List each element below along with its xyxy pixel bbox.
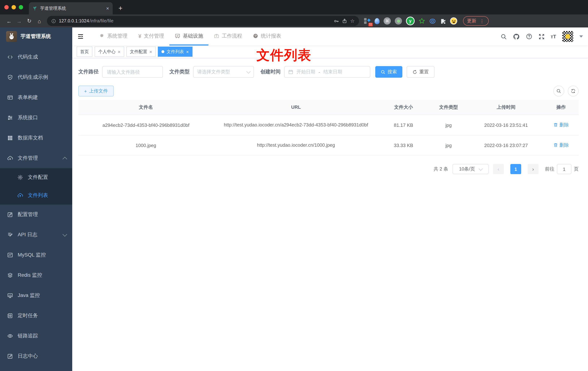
search-icon	[381, 70, 385, 74]
site-info-icon[interactable]	[51, 19, 56, 23]
extension-balloon-icon[interactable]	[375, 18, 380, 24]
sidebar-item-api-log[interactable]: API 日志	[0, 225, 72, 245]
pagination: 共 2 条 10条/页 ‹ 1 › 前往 页	[78, 164, 579, 174]
sidebar-item-file-config[interactable]: 文件配置	[0, 168, 72, 186]
back-icon[interactable]: ←	[4, 18, 14, 24]
close-window-button[interactable]	[4, 5, 9, 9]
sidebar-item-java-monitor[interactable]: Java 监控	[0, 285, 72, 306]
current-page-button[interactable]: 1	[510, 164, 521, 174]
file-type-select[interactable]: 请选择文件类型	[193, 66, 254, 78]
tag-profile[interactable]: 个人中心×	[95, 47, 124, 57]
tag-close-icon[interactable]: ×	[149, 49, 152, 54]
table-header-row: 文件名 URL 文件大小 文件类型 上传时间 操作	[78, 100, 579, 115]
eye-icon	[7, 333, 13, 339]
nav-item-infra[interactable]: 基础设施	[169, 27, 209, 45]
prev-page-button[interactable]: ‹	[493, 164, 504, 174]
briefcase-icon	[214, 33, 220, 39]
gauge-icon	[253, 33, 258, 39]
avatar-qr-code[interactable]	[562, 31, 573, 42]
tag-close-icon[interactable]: ×	[186, 49, 189, 54]
delete-button[interactable]: 删除	[553, 122, 569, 128]
sidebar-item-tracing[interactable]: 链路追踪	[0, 326, 72, 346]
extensions-puzzle-icon[interactable]	[440, 18, 446, 24]
nav-item-workflow[interactable]: 工作流程	[209, 27, 248, 45]
collapse-sidebar-icon[interactable]	[77, 33, 84, 40]
fullscreen-icon[interactable]	[538, 33, 545, 40]
reset-button[interactable]: 重置	[407, 66, 434, 78]
chevron-up-icon	[63, 157, 67, 161]
extension-y-icon[interactable]: y	[406, 17, 415, 25]
sidebar-item-config-management[interactable]: 配置管理	[0, 204, 72, 225]
sidebar-item-form-builder[interactable]: 表单构建	[0, 87, 72, 108]
reload-icon[interactable]: ↻	[25, 18, 34, 24]
nav-item-payment[interactable]: ¥ 支付管理	[133, 27, 169, 45]
sidebar-item-scheduled-tasks[interactable]: 定时任务	[0, 306, 72, 326]
sidebar-item-file-list[interactable]: 文件列表	[0, 186, 72, 204]
sidebar-item-db-doc[interactable]: 数据库文档	[0, 128, 72, 148]
page-size-select[interactable]: 10条/页	[452, 164, 489, 174]
browser-tab[interactable]: 芋道管理系统 ×	[29, 2, 113, 14]
cloud-download-icon	[7, 155, 13, 161]
share-icon[interactable]	[342, 18, 347, 23]
avatar-caret-down-icon[interactable]	[579, 35, 583, 38]
tag-file-config[interactable]: 文件配置×	[126, 47, 156, 57]
sidebar-item-system-api[interactable]: 系统接口	[0, 108, 72, 128]
file-path-input[interactable]	[102, 66, 163, 78]
extension-command-icon[interactable]: ⌘	[384, 17, 391, 25]
zoom-window-button[interactable]	[19, 5, 23, 9]
github-icon[interactable]	[513, 33, 520, 40]
grid-icon	[7, 135, 13, 141]
sidebar-item-file-management[interactable]: 文件管理	[0, 148, 72, 168]
delete-button[interactable]: 删除	[553, 142, 569, 148]
goto-page-input[interactable]	[557, 164, 571, 174]
extension-green-dot-icon[interactable]	[395, 17, 402, 25]
next-page-button[interactable]: ›	[528, 164, 538, 174]
upload-file-button[interactable]: + 上传文件	[78, 86, 114, 96]
date-end-placeholder: 结束日期	[324, 69, 342, 75]
cell-filename: 1000.jpeg	[78, 137, 213, 154]
sidebar-item-code-gen[interactable]: 代码生成	[0, 47, 72, 67]
minimize-window-button[interactable]	[11, 5, 16, 9]
sidebar-item-code-demo[interactable]: 代码生成示例	[0, 67, 72, 87]
search-icon[interactable]	[500, 33, 506, 40]
forward-icon[interactable]: →	[14, 18, 24, 24]
address-bar[interactable]: 127.0.0.1:1024/infra/file/file ☆	[47, 16, 359, 26]
password-key-icon[interactable]	[334, 18, 339, 24]
extension-eye-icon[interactable]	[429, 18, 436, 24]
edit-square-icon	[7, 212, 13, 217]
show-search-toggle-button[interactable]	[553, 86, 564, 96]
app-header: 系统管理 ¥ 支付管理 基础设施 工作流程	[72, 27, 588, 45]
refresh-table-button[interactable]	[568, 86, 579, 96]
search-button[interactable]: 搜索	[375, 66, 402, 78]
gear-icon	[17, 174, 23, 180]
extension-diamond-icon[interactable]: ◆ 11	[364, 18, 371, 24]
code-icon	[7, 54, 13, 60]
tag-file-list[interactable]: 文件列表×	[158, 47, 192, 57]
sidebar-item-log-center[interactable]: 日志中心	[0, 346, 72, 366]
gear-icon	[99, 33, 105, 39]
trash-icon	[553, 123, 558, 127]
bookmark-star-icon[interactable]: ☆	[350, 18, 355, 24]
tag-close-icon[interactable]: ×	[118, 49, 120, 54]
sidebar-item-mysql-monitor[interactable]: MySQL 监控	[0, 245, 72, 265]
chart-line-icon	[7, 252, 13, 258]
new-tab-button[interactable]: +	[118, 4, 122, 12]
plus-icon: +	[84, 88, 87, 94]
nav-item-reports[interactable]: 统计报表	[248, 27, 287, 45]
monitor-icon	[7, 293, 13, 298]
sidebar-item-redis-monitor[interactable]: Redis 监控	[0, 265, 72, 285]
macos-traffic-lights[interactable]	[0, 0, 29, 14]
tab-close-icon[interactable]: ×	[106, 5, 109, 11]
active-tag-dot	[161, 50, 164, 53]
font-size-icon[interactable]: тT	[551, 34, 556, 39]
extension-green-star-icon[interactable]	[419, 18, 425, 24]
profile-avatar-icon[interactable]	[450, 17, 457, 25]
kebab-menu-icon[interactable]: ⋮	[480, 18, 485, 24]
nav-item-system[interactable]: 系统管理	[94, 27, 133, 45]
home-icon[interactable]: ⌂	[35, 18, 44, 24]
help-icon[interactable]	[526, 33, 532, 40]
tag-home[interactable]: 首页	[77, 47, 93, 57]
browser-update-button[interactable]: 更新 ⋮	[463, 16, 489, 26]
date-range-picker[interactable]: 开始日期 - 结束日期	[284, 66, 370, 78]
goto-label: 前往	[545, 166, 554, 172]
